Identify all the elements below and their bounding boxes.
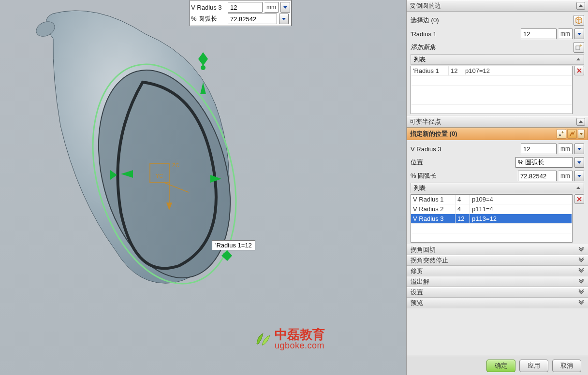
chevron-down-icon: [578, 300, 584, 306]
varpts-list[interactable]: V Radius 14p109=4V Radius 24p111=4V Radi…: [411, 194, 573, 243]
cancel-button[interactable]: 取消: [552, 360, 581, 372]
chevron-down-icon: [578, 268, 584, 274]
position-dropdown-button[interactable]: [574, 157, 584, 168]
svg-marker-34: [576, 187, 580, 189]
varpts-list-header[interactable]: 列表: [411, 183, 584, 193]
point-dialog-button[interactable]: +: [557, 129, 566, 139]
section-varpts-header[interactable]: 可变半径点: [407, 116, 588, 128]
chevron-down-icon: [578, 247, 584, 253]
float-arclen-input[interactable]: [228, 14, 277, 24]
logo-text-en: ugboke.com: [275, 341, 325, 350]
radius1-input[interactable]: [521, 29, 557, 39]
add-set-label: 添加新集: [411, 43, 572, 52]
vradius-dropdown[interactable]: [574, 144, 584, 154]
vradius-label: V Radius 3: [411, 145, 519, 153]
position-select[interactable]: % 圆弧长: [515, 157, 573, 168]
position-label: 位置: [411, 158, 514, 167]
float-row2-dropdown[interactable]: [279, 14, 289, 24]
specify-new-location-row[interactable]: 指定新的位置 (0) +: [407, 128, 588, 140]
svg-text:YC: YC: [156, 173, 163, 179]
model-preview: ZC YC: [19, 5, 261, 304]
chevron-up-icon: [576, 57, 581, 62]
cube-icon: [575, 16, 583, 24]
collapsed-section[interactable]: 修剪: [407, 266, 588, 276]
list-item[interactable]: V Radius 14p109=4: [411, 195, 572, 204]
svg-text:+: +: [579, 44, 582, 48]
edges-list[interactable]: 'Radius 1 12 p107=12: [411, 66, 573, 114]
point-icon: +: [558, 130, 565, 137]
point-type-dropdown[interactable]: [578, 129, 585, 139]
close-icon: [576, 196, 582, 202]
arclen-input[interactable]: [518, 171, 557, 181]
radius1-dropdown[interactable]: [574, 29, 584, 39]
float-row2-label: % 圆弧长: [191, 14, 226, 23]
collapse-icon[interactable]: [576, 118, 585, 126]
apply-button[interactable]: 应用: [519, 360, 548, 372]
dialog-footer: 确定 应用 取消: [407, 356, 588, 375]
svg-marker-31: [577, 148, 581, 150]
collapsed-section[interactable]: 溢出解: [407, 276, 588, 287]
svg-point-28: [559, 134, 561, 136]
delete-varpt-button[interactable]: [574, 194, 584, 204]
svg-marker-9: [198, 52, 208, 66]
arclen-label: % 圆弧长: [411, 172, 516, 180]
section-edges-header[interactable]: 要倒圆的边: [407, 0, 588, 12]
float-row1-dropdown[interactable]: [280, 2, 290, 13]
svg-marker-32: [577, 161, 581, 164]
chevron-down-icon: [578, 289, 584, 295]
close-icon: [576, 68, 582, 73]
svg-text:ZC: ZC: [172, 162, 179, 168]
add-icon: +: [575, 44, 582, 51]
svg-marker-16: [221, 250, 232, 261]
watermark-logo: 中磊教育 ugboke.com: [255, 329, 325, 350]
edge-blend-panel: 要倒圆的边 选择边 (0) 'Radius 1 mm 添加新集 + 列表: [406, 0, 588, 375]
radius-annotation: 'Radius 1=12: [212, 240, 255, 250]
list-item[interactable]: 'Radius 1 12 p107=12: [411, 66, 572, 76]
svg-marker-19: [282, 18, 286, 20]
logo-text-cn: 中磊教育: [275, 329, 325, 341]
chevron-down-icon: [579, 132, 583, 136]
inferred-point-button[interactable]: [567, 129, 577, 139]
spark-icon: [569, 130, 575, 137]
radius1-label: 'Radius 1: [411, 30, 519, 38]
vradius-input[interactable]: [521, 144, 557, 154]
modeling-viewport[interactable]: ZC YC V Radius 3 mm % 圆弧长: [0, 0, 406, 375]
select-edge-label: 选择边 (0): [411, 16, 572, 25]
collapsed-section[interactable]: 拐角突然停止: [407, 255, 588, 266]
leaf-icon: [255, 332, 272, 347]
svg-marker-30: [580, 133, 583, 135]
svg-text:+: +: [561, 130, 564, 135]
ok-button[interactable]: 确定: [486, 360, 515, 372]
chevron-down-icon: [578, 279, 584, 285]
collapsed-section[interactable]: 预览: [407, 298, 588, 308]
float-row1-label: V Radius 3: [191, 4, 226, 11]
chevron-up-icon: [576, 186, 581, 190]
float-unit: mm: [265, 2, 279, 13]
collapsed-section[interactable]: 拐角回切: [407, 245, 588, 255]
svg-point-10: [201, 65, 206, 70]
svg-marker-27: [579, 120, 583, 123]
svg-marker-21: [577, 33, 581, 35]
svg-marker-18: [283, 6, 287, 9]
svg-marker-20: [579, 4, 583, 7]
arclen-dropdown[interactable]: [574, 171, 584, 181]
collapse-icon[interactable]: [576, 2, 585, 10]
delete-list-item-button[interactable]: [574, 66, 584, 75]
list-item[interactable]: V Radius 24p111=4: [411, 204, 572, 214]
list-item[interactable]: V Radius 312p113=12: [411, 214, 572, 224]
chevron-down-icon: [578, 258, 584, 263]
float-vradius-input[interactable]: [228, 2, 263, 13]
on-canvas-input-flyout: V Radius 3 mm % 圆弧长: [190, 0, 292, 26]
svg-marker-24: [576, 58, 580, 60]
select-edge-button[interactable]: [573, 15, 584, 26]
collapsed-section[interactable]: 设置: [407, 287, 588, 298]
add-set-button[interactable]: +: [573, 42, 584, 53]
edges-list-header[interactable]: 列表: [411, 54, 584, 65]
svg-marker-33: [577, 175, 581, 177]
